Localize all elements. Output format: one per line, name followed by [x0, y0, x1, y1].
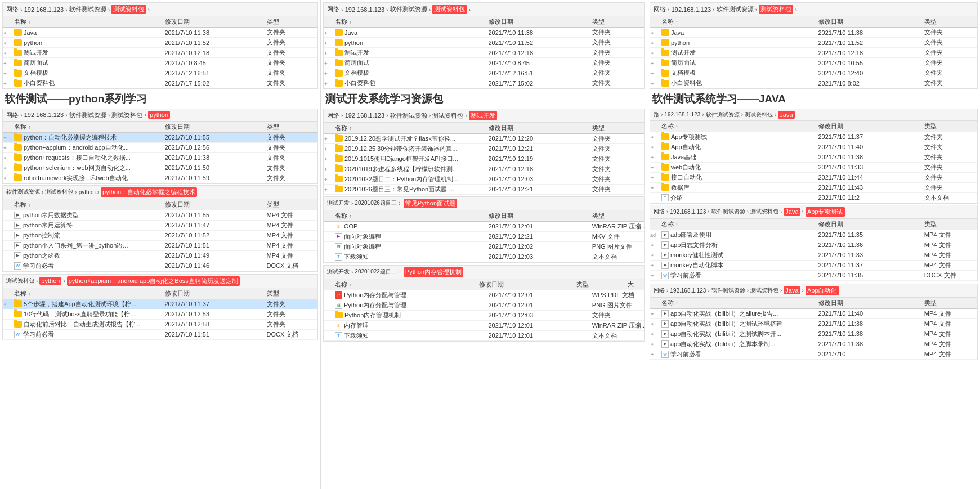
bc-mid-bot2-hl[interactable]: Python内存管理机制 [404, 267, 463, 277]
table-row[interactable]: ✦小白资料包2021/7/10 8:02文件夹 [650, 78, 977, 88]
table-row[interactable]: ✦测试开发2021/7/10 12:18文件夹 [3, 48, 317, 58]
folder-icon [661, 70, 669, 77]
table-row[interactable]: ✦文档模板2021/7/12 16:51文件夹 [324, 68, 644, 78]
table-row[interactable]: ✦Java2021/7/10 11:38文件夹 [324, 28, 644, 38]
left-mid-breadcrumb: 网络 › 192.168.1.123 › 软件测试资源 › 测试资料包 › py… [3, 109, 317, 122]
table-row[interactable]: ✦小白资料包2021/7/17 15:02文件夹 [324, 78, 644, 88]
table-row[interactable]: ✦W学习前必看2021/7/10MP4 文件 [650, 349, 977, 360]
table-row[interactable]: ✦2019.1015使用Django框架开发API接口...2021/7/10 … [324, 154, 644, 164]
folder-icon [335, 145, 343, 152]
folder-icon [14, 311, 22, 317]
table-row[interactable]: ✦W学习前必看2021/7/10 11:35DOCX 文件 [650, 271, 977, 281]
table-row[interactable]: ✦App自动化2021/7/10 11:40文件夹 [650, 142, 977, 152]
table-row[interactable]: Python内存管理机制2021/7/10 12:03文件夹 [324, 311, 644, 321]
table-row[interactable]: 10行代码，测试boss直聘登录功能【柠...2021/7/10 12:53文件… [3, 309, 317, 320]
mp4-icon: ▶ [14, 232, 21, 239]
table-row[interactable]: ✦Java2021/7/10 11:38文件夹 [650, 28, 977, 38]
table-row[interactable]: T下载须知2021/7/10 12:03文本文档 [324, 252, 644, 262]
bc-java2-hl[interactable]: Java [784, 208, 800, 216]
table-row[interactable]: ✦文档模板2021/7/12 16:51文件夹 [3, 68, 317, 78]
table-row[interactable]: ▶python小入门系列_第一讲_python语...2021/7/10 11:… [3, 241, 317, 251]
table-row[interactable]: ✦▶monkey自动化脚本2021/7/10 11:37MP4 文件 [650, 261, 977, 271]
folder-icon [661, 154, 669, 160]
table-row[interactable]: 自动化前后对比，自动生成测试报告【柠...2021/7/10 12:58文件夹 [3, 320, 317, 330]
folder-icon [661, 174, 669, 181]
table-row[interactable]: ✦python：自动化必掌握之编程技术2021/7/10 11:55文件夹 [3, 133, 317, 143]
table-row[interactable]: ZOOP2021/7/10 12:01WinRAR ZIP 压缩... [324, 222, 644, 232]
table-row[interactable]: ✦文档模板2021/7/10 12:40文件夹 [650, 68, 977, 78]
table-row[interactable]: ad▶adb部署及使用2021/7/10 11:35MP4 文件 [650, 230, 977, 240]
table-row[interactable]: T下载须知2021/7/10 12:01文本文档 [324, 331, 644, 341]
bc-pkg-highlight[interactable]: 测试资料包 [111, 5, 146, 14]
left-mid-header: 名称 ↑ 修改日期 类型 [3, 122, 317, 133]
table-row[interactable]: PPython内存分配与管理2021/7/10 12:01WPS PDF 文档 [324, 290, 644, 300]
table-row[interactable]: ✦python+requests：接口自动化之数据...2021/7/10 11… [3, 153, 317, 163]
bc-apptest-hl[interactable]: App专项测试 [806, 207, 845, 217]
bc-python-highlight[interactable]: python [148, 111, 170, 119]
mp4-icon: ▶ [661, 340, 669, 348]
bc-res: 软件测试资源 [69, 5, 106, 14]
table-row[interactable]: ✦python+selenium：web网页自动化之...2021/7/10 1… [3, 163, 317, 173]
table-row[interactable]: ✦简历面试2021/7/10 10:55文件夹 [650, 58, 977, 68]
bc-python2-hl[interactable]: python [39, 277, 61, 285]
col-type: 类型 [265, 122, 318, 132]
mid-mid-table: 名称 ↑ 修改日期 类型 ✦2019.12.20想学测试开发？flask带你轻.… [324, 123, 644, 195]
right-bot2-table: 名称 ↑ 修改日期 类型 ✦▶app自动化实战（bilibili）之allure… [650, 298, 977, 360]
table-row[interactable]: ✦2019.12.25 30分钟带你搭开装饰器的真...2021/7/10 12… [324, 144, 644, 154]
table-row[interactable]: 🖼面向对象编程2021/7/10 12:02PNG 图片文件 [324, 242, 644, 252]
table-row[interactable]: ✦python2021/7/10 11:52文件夹 [650, 38, 977, 48]
table-row[interactable]: ✦简历面试2021/7/10 8:45文件夹 [3, 58, 317, 68]
table-row[interactable]: ✦▶app自动化实战（bilibili）之测试环境搭建2021/7/10 11:… [650, 319, 977, 329]
table-row[interactable]: ✦5个步骤，搭建App自动化测试环境【柠...2021/7/10 11:37文件… [3, 299, 317, 309]
table-row[interactable]: ✦web自动化2021/7/10 11:33文件夹 [650, 163, 977, 173]
bc-java3-hl[interactable]: Java [784, 286, 800, 294]
table-row[interactable]: ✦python2021/7/10 11:52文件夹 [3, 38, 317, 48]
bc-mid-bot-hl[interactable]: 常见Python面试题 [404, 199, 457, 208]
table-row[interactable]: Z内存管理2021/7/10 12:01WinRAR ZIP 压缩... [324, 321, 644, 331]
table-row[interactable]: ✦Java基础2021/7/10 11:38文件夹 [650, 152, 977, 163]
table-row[interactable]: ✦接口自动化2021/7/10 11:44文件夹 [650, 173, 977, 183]
bc-mid-dev-hl[interactable]: 测试开发 [469, 111, 497, 120]
table-row[interactable]: ✦App专项测试2021/7/10 11:37文件夹 [650, 132, 977, 142]
table-row[interactable]: ✦python2021/7/10 11:52文件夹 [324, 38, 644, 48]
left-bot2-block: 测试资料包 › python › python+appium：android a… [2, 274, 318, 340]
docx-icon: W [661, 351, 669, 358]
table-row[interactable]: ▶python常用运算符2021/7/10 11:47MP4 文件 [3, 221, 317, 231]
folder-icon [335, 50, 343, 56]
table-row[interactable]: ✦python+appium：android app自动化...2021/7/1… [3, 143, 317, 153]
table-row[interactable]: 🖼Python内存分配与管理2021/7/10 12:01PNG 图片文件 [324, 300, 644, 311]
table-row[interactable]: ✦▶app日志文件分析2021/7/10 11:36MP4 文件 [650, 240, 977, 250]
left-mid-table: 名称 ↑ 修改日期 类型 ✦python：自动化必掌握之编程技术2021/7/1… [3, 122, 317, 183]
bc-appato-hl[interactable]: App自动化 [806, 286, 839, 295]
table-row[interactable]: ▶python常用数据类型2021/7/10 11:55MP4 文件 [3, 210, 317, 221]
table-row[interactable]: ▶python之函数2021/7/10 11:49MP4 文件 [3, 251, 317, 261]
bc-mid-pkg[interactable]: 测试资料包 [432, 5, 467, 14]
table-row[interactable]: ✦robotframework实现接口和web自动化2021/7/10 11:5… [3, 173, 317, 183]
table-row[interactable]: ✦2019.12.20想学测试开发？flask带你轻...2021/7/10 1… [324, 134, 644, 144]
table-row[interactable]: ✦简历面试2021/7/10 8:45文件夹 [324, 58, 644, 68]
right-column: 网络 › 192.168.1.123 › 软件测试资源 › 测试资料包 › 名称… [647, 0, 980, 489]
table-row[interactable]: ✦20201026题目三：常见Python面试题-...2021/7/10 12… [324, 185, 644, 195]
table-row[interactable]: ✦▶monkey健壮性测试2021/7/10 11:33MP4 文件 [650, 250, 977, 261]
bc-appium-hl[interactable]: python+appium：android app自动化之Boss直聘简历发送定… [67, 276, 240, 286]
folder-icon [335, 29, 343, 36]
table-row[interactable]: ✦▶app自动化实战（bilibili）之脚本录制...2021/7/10 11… [650, 339, 977, 349]
table-row[interactable]: ▶python控制流2021/7/10 11:52MP4 文件 [3, 231, 317, 241]
table-row[interactable]: W学习前必看2021/7/10 11:51DOCX 文档 [3, 330, 317, 340]
bc-bot-highlight[interactable]: python：自动化必掌握之编程技术 [101, 187, 197, 197]
table-row[interactable]: T介绍2021/7/10 11:2文本文档 [650, 193, 977, 203]
table-row[interactable]: ✦▶app自动化实战（bilibili）之allure报告...2021/7/1… [650, 309, 977, 319]
table-row[interactable]: ✦测试开发2021/7/10 12:18文件夹 [650, 48, 977, 58]
bc-right-pkg[interactable]: 测试资料包 [759, 5, 793, 14]
table-row[interactable]: ✦测试开发2021/7/10 12:18文件夹 [324, 48, 644, 58]
table-row[interactable]: ✦20201022题目二：Python内存管理机制...2021/7/10 12… [324, 174, 644, 185]
table-row[interactable]: W学习前必看2021/7/10 11:46DOCX 文档 [3, 261, 317, 271]
table-row[interactable]: ✦Java2021/7/10 11:38文件夹 [3, 28, 317, 38]
folder-icon [335, 60, 343, 66]
table-row[interactable]: ✦数据库2021/7/10 11:43文件夹 [650, 183, 977, 193]
bc-java-hl[interactable]: Java [778, 111, 794, 119]
table-row[interactable]: ✦小白资料包2021/7/17 15:02文件夹 [3, 78, 317, 88]
table-row[interactable]: ✦▶app自动化实战（bilibili）之测试脚本开...2021/7/10 1… [650, 329, 977, 339]
table-row[interactable]: ✦20201019多进程多线程【柠檬班软件测...2021/7/10 12:18… [324, 164, 644, 174]
table-row[interactable]: ▶面向对象编程2021/7/10 12:21MKV 文件 [324, 232, 644, 242]
